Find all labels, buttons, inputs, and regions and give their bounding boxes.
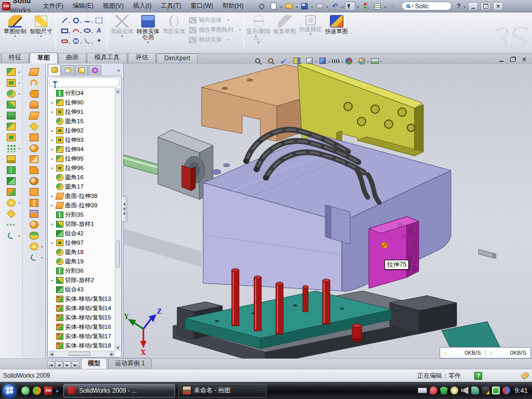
feature-tool-icon[interactable] [3, 230, 19, 241]
feature-tree-item[interactable]: 实体-移动/复制16 [49, 322, 115, 331]
print-caret[interactable] [326, 3, 328, 10]
pin-toolbar-icon[interactable] [257, 2, 267, 11]
command-tab[interactable]: 曲面 [58, 52, 86, 63]
dropdown-caret[interactable]: ▾ [40, 34, 42, 38]
expand-arrow-icon[interactable] [50, 212, 55, 217]
feature-tree-item[interactable]: 切除-放样1 [49, 219, 115, 229]
start-button[interactable] [2, 383, 17, 398]
command-tab[interactable]: 草图 [30, 52, 58, 63]
expand-arrow-icon[interactable] [50, 147, 55, 152]
feature-tool-icon[interactable] [3, 187, 19, 197]
expand-arrow-icon[interactable] [50, 287, 55, 292]
tree-horizontal-scrollbar[interactable]: ◀ ▶ [49, 351, 115, 356]
propertymanager-tab[interactable] [61, 65, 74, 75]
ribbon-button[interactable]: 快速捕捉 ▾ [298, 14, 324, 36]
expand-arrow-icon[interactable] [50, 175, 55, 180]
annotation-icon[interactable]: ⇝.. [388, 2, 398, 11]
expand-arrow-icon[interactable] [50, 334, 55, 339]
help-caret[interactable] [464, 3, 466, 10]
taskbar-window-button[interactable]: 未命名 - 画图 [178, 384, 267, 397]
model-tab[interactable]: 运动算例 1 [108, 358, 152, 369]
expand-arrow-icon[interactable] [50, 194, 55, 198]
expand-arrow-icon[interactable] [50, 184, 55, 189]
surface-tool-icon[interactable] [26, 252, 42, 263]
tray-icon[interactable] [471, 387, 479, 394]
menu-item[interactable]: 窗口(W) [186, 1, 218, 11]
point-tool[interactable] [93, 36, 104, 46]
panel-splitter[interactable] [122, 196, 127, 222]
dropdown-caret[interactable]: ▾ [310, 32, 312, 36]
tag-icon[interactable] [521, 371, 529, 380]
expand-arrow-icon[interactable] [50, 241, 55, 245]
window-close-button[interactable] [493, 2, 503, 10]
feature-tree-item[interactable]: 拉伸92 [49, 126, 115, 135]
expand-arrow-icon[interactable] [50, 278, 55, 283]
feature-tree-item[interactable]: 实体-移动/复制18 [49, 341, 115, 350]
surface-tool-icon[interactable] [26, 132, 42, 143]
scroll-up-icon[interactable]: ▲ [115, 88, 121, 94]
feature-tool-icon[interactable] [3, 88, 19, 99]
rectangle-tool[interactable] [59, 25, 70, 36]
feature-tree-item[interactable]: 拉伸95 [49, 154, 115, 163]
surface-tool-icon[interactable] [26, 88, 42, 99]
hide-show-items-icon[interactable] [330, 56, 341, 66]
tray-icon[interactable] [450, 387, 458, 394]
feature-tree-item[interactable]: 圆角16 [49, 172, 115, 182]
expand-arrow-icon[interactable] [50, 269, 55, 273]
solidworks-quicklaunch-icon[interactable]: SW [44, 387, 52, 395]
feature-tree-item[interactable]: 实体-移动/复制13 [49, 294, 115, 303]
surface-tool-icon[interactable] [26, 165, 42, 176]
feature-tree-item[interactable]: 分割36 [49, 266, 115, 275]
surface-tool-icon[interactable] [26, 77, 42, 88]
select-tool-icon[interactable] [345, 2, 355, 11]
tray-icon[interactable] [430, 387, 437, 394]
zoom-area-icon[interactable] [265, 56, 276, 66]
dropdown-caret[interactable]: ▾ [258, 41, 260, 45]
scroll-left-icon[interactable]: ◀ [49, 351, 55, 356]
expand-arrow-icon[interactable] [50, 297, 55, 301]
tab-prev-button[interactable]: ◀ [55, 361, 63, 368]
ribbon-button[interactable]: 转换实体引用 ▾ [135, 14, 161, 45]
feature-tree-item[interactable]: 拉伸93 [49, 135, 115, 144]
tray-icon[interactable] [502, 387, 510, 394]
lasso-select-tool[interactable] [93, 15, 104, 25]
save-caret[interactable] [311, 3, 313, 10]
options-caret[interactable] [384, 3, 387, 10]
expand-arrow-icon[interactable] [50, 128, 55, 133]
expand-arrow-icon[interactable] [50, 203, 55, 208]
scroll-thumb[interactable] [116, 241, 120, 268]
ribbon-button[interactable]: 草图绘制 ▾ [2, 14, 28, 38]
expand-arrow-icon[interactable] [50, 166, 55, 170]
keyboard-tray-icon[interactable] [418, 388, 427, 393]
expand-arrow-icon[interactable] [50, 100, 55, 105]
expand-arrow-icon[interactable] [50, 250, 55, 255]
menu-item[interactable]: 帮助(H) [218, 1, 248, 11]
select-caret[interactable] [357, 3, 359, 10]
scroll-right-icon[interactable]: ▶ [109, 351, 115, 356]
ribbon-stack-item[interactable]: 线性草图阵列 ▾ [189, 26, 241, 34]
expand-arrow-icon[interactable] [50, 91, 55, 96]
spline-tool[interactable] [82, 15, 93, 25]
messenger-quicklaunch-icon[interactable] [21, 387, 30, 395]
section-view-icon[interactable] [291, 56, 302, 66]
slider-block-part[interactable] [369, 217, 419, 288]
featuremanager-tab[interactable] [48, 64, 61, 75]
tab-first-button[interactable]: |◀ [47, 361, 55, 368]
feature-tree-item[interactable]: 实体-移动/复制17 [49, 331, 115, 341]
feature-tool-icon[interactable] [3, 66, 19, 77]
ribbon-button[interactable]: 修复草图 ▾ [272, 14, 298, 38]
options-icon[interactable] [373, 2, 383, 11]
expand-arrow-icon[interactable] [50, 325, 55, 329]
search-box[interactable]: ▾ Solic [402, 2, 451, 10]
dimxpertmanager-tab[interactable] [88, 65, 101, 75]
command-tab[interactable]: 特征 [1, 52, 29, 63]
scroll-down-icon[interactable]: ▼ [115, 345, 121, 351]
help-button[interactable]: ? [455, 3, 462, 10]
save-icon[interactable] [299, 2, 310, 11]
feature-tree-item[interactable]: 实体-移动/复制15 [49, 313, 115, 322]
surface-tool-icon[interactable] [26, 66, 42, 77]
app-quicklaunch-icon[interactable] [33, 387, 41, 395]
quicklaunch-overflow-icon[interactable]: » [56, 388, 59, 394]
panel-tabs-overflow[interactable]: » [117, 68, 122, 75]
feature-tool-icon[interactable] [3, 219, 19, 230]
